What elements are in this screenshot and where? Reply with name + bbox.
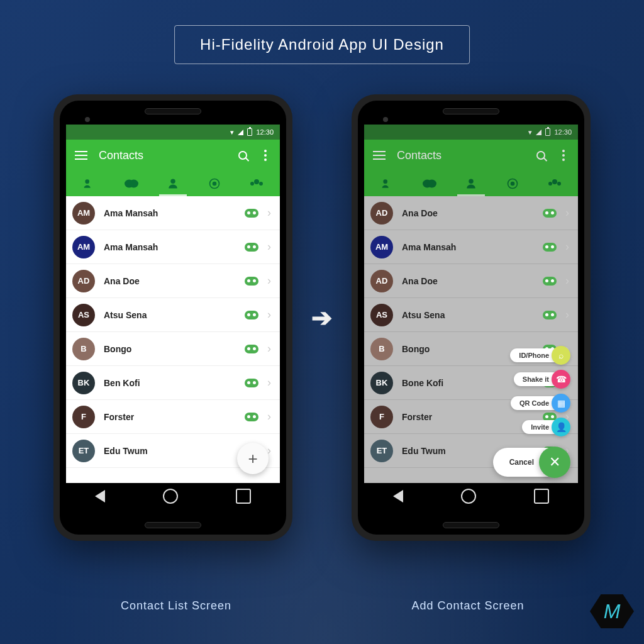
back-button[interactable]: [393, 490, 403, 502]
tab-contacts[interactable]: [462, 175, 480, 192]
tab-discover[interactable]: [206, 175, 223, 192]
avatar: BK: [370, 372, 393, 394]
cancel-row: Cancel ✕: [493, 447, 570, 478]
speed-dial-item[interactable]: Shake it☎: [514, 370, 570, 389]
contact-name: Forster: [104, 412, 236, 422]
avatar: AM: [72, 236, 95, 258]
contact-row[interactable]: ASAtsu Sena›: [66, 298, 280, 332]
contact-row[interactable]: ADAna Doe›: [364, 264, 578, 298]
contact-name: Ama Mansah: [104, 242, 236, 252]
contact-name: Ama Mansah: [104, 208, 236, 218]
tab-groups[interactable]: [546, 175, 564, 192]
svg-point-12: [469, 179, 474, 184]
chevron-right-icon: ›: [267, 410, 271, 423]
search-icon: [238, 151, 247, 160]
search-icon: [536, 151, 545, 160]
tab-chats[interactable]: [421, 175, 438, 192]
contact-row[interactable]: AMAma Mansah›: [66, 230, 280, 264]
contact-row[interactable]: ADAna Doe›: [364, 196, 578, 230]
logo-letter: M: [590, 592, 634, 630]
contact-name: Ama Mansah: [402, 242, 534, 252]
chevron-right-icon: ›: [267, 206, 271, 219]
svg-point-7: [250, 182, 254, 186]
screen-left: ▾ 12:30 Contacts: [66, 125, 280, 509]
speaker-bottom: [145, 522, 201, 528]
tab-recent[interactable]: [379, 175, 396, 192]
avatar: AS: [370, 304, 393, 326]
tab-recent[interactable]: [80, 175, 98, 192]
search-button[interactable]: [237, 150, 248, 161]
recents-button[interactable]: [534, 489, 549, 504]
svg-point-2: [129, 180, 138, 188]
tab-groups[interactable]: [248, 175, 265, 192]
status-bar: ▾ 12:30: [364, 125, 578, 140]
tab-contacts[interactable]: [164, 175, 182, 192]
speaker-top: [145, 108, 201, 114]
contact-row[interactable]: AMAma Mansah›: [66, 196, 280, 230]
back-button[interactable]: [95, 490, 105, 502]
status-time: 12:30: [554, 128, 572, 136]
overflow-menu[interactable]: [558, 150, 569, 161]
chevron-right-icon: ›: [267, 274, 271, 287]
app-title: Contacts: [99, 149, 226, 162]
speed-dial-label: ID/Phone: [510, 348, 555, 362]
search-button[interactable]: [535, 150, 547, 161]
svg-point-11: [427, 180, 436, 188]
speed-dial-item[interactable]: ID/Phone⌕: [510, 346, 570, 365]
avatar: F: [72, 406, 95, 428]
avatar: ET: [72, 440, 95, 462]
speed-dial-item[interactable]: QR Code▦: [511, 394, 570, 413]
page-title: Hi-Fidelity Android App UI Design: [174, 25, 470, 64]
phones-row: ▾ 12:30 Contacts: [0, 94, 644, 541]
contact-row[interactable]: BBongo›: [66, 332, 280, 366]
avatar: F: [370, 406, 393, 428]
chevron-right-icon: ›: [565, 274, 569, 287]
svg-point-15: [552, 179, 557, 184]
contact-list[interactable]: AMAma Mansah›AMAma Mansah›ADAna Doe›ASAt…: [66, 196, 280, 483]
svg-point-0: [86, 179, 90, 184]
tabs: [364, 171, 578, 196]
menu-icon[interactable]: [75, 151, 87, 160]
contact-row[interactable]: ADAna Doe›: [66, 264, 280, 298]
contact-row[interactable]: AMAma Mansah›: [364, 230, 578, 264]
speed-dial-item[interactable]: Invite👤: [522, 418, 570, 436]
caption-right: Add Contact Screen: [348, 599, 587, 613]
close-icon: ✕: [549, 454, 560, 470]
status-badge: [245, 413, 258, 421]
speed-dial: ID/Phone⌕Shake it☎QR Code▦Invite👤 Cancel…: [493, 346, 570, 478]
app-title: Contacts: [397, 149, 524, 162]
contact-row[interactable]: BKBen Kofi›: [66, 366, 280, 400]
status-badge: [245, 379, 258, 387]
contact-row[interactable]: ASAtsu Sena›: [364, 298, 578, 332]
status-time: 12:30: [256, 128, 274, 136]
status-badge: [245, 311, 258, 319]
status-bar: ▾ 12:30: [66, 125, 280, 140]
person-icon: 👤: [552, 418, 570, 436]
home-button[interactable]: [461, 489, 476, 504]
contact-name: Ana Doe: [104, 276, 236, 286]
status-badge: [543, 277, 557, 286]
recents-button[interactable]: [236, 489, 251, 504]
status-badge: [245, 277, 258, 286]
wifi-icon: ▾: [230, 128, 234, 136]
tabs: [66, 171, 280, 196]
svg-point-16: [548, 182, 552, 186]
close-fab[interactable]: ✕: [539, 447, 570, 478]
avatar: B: [72, 338, 95, 360]
camera-dot: [383, 117, 388, 122]
signal-icon: [238, 130, 243, 135]
tab-chats[interactable]: [123, 175, 140, 192]
contact-row[interactable]: FForster›: [66, 400, 280, 434]
tab-discover[interactable]: [504, 175, 521, 192]
overflow-menu[interactable]: [260, 150, 271, 161]
status-badge: [543, 311, 557, 319]
avatar: AM: [370, 236, 393, 258]
caption-left: Contact List Screen: [57, 599, 296, 613]
contact-name: Edu Twum: [104, 446, 236, 456]
menu-icon[interactable]: [373, 151, 386, 160]
speaker-bottom: [443, 522, 499, 528]
home-button[interactable]: [163, 489, 178, 504]
chevron-right-icon: ›: [565, 240, 569, 253]
qr-icon: ▦: [552, 394, 570, 413]
add-fab[interactable]: +: [237, 443, 269, 474]
